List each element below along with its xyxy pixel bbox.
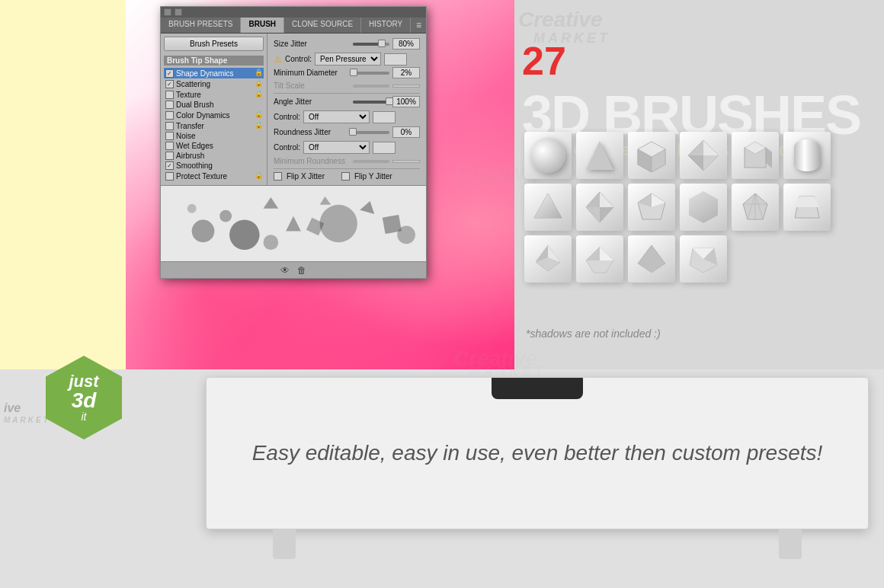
option-smoothing[interactable]: Smoothing [164,161,264,171]
brush-preview-canvas [168,193,418,254]
svg-point-50 [187,204,197,213]
control-label-1: Control: [285,55,312,63]
checkbox-flip-y[interactable] [341,172,350,181]
control-dropdown-1[interactable]: Pen Pressure Off Fade Pen Tilt Stylus Wh… [315,53,381,66]
badge-just-text: just [69,373,98,390]
svg-marker-6 [688,140,703,155]
lock-texture: 🔒 [255,90,262,99]
checkbox-color-dynamics[interactable] [165,111,174,120]
label-smoothing: Smoothing [176,161,262,170]
checkbox-noise[interactable] [165,132,174,140]
shape-prism [524,184,572,231]
tab-brush[interactable]: BRUSH [241,18,284,33]
label-color-dynamics: Color Dynamics [176,111,252,120]
warning-control-row: ⚠ Control: Pen Pressure Off Fade Pen Til… [274,53,420,66]
option-wet-edges[interactable]: Wet Edges [164,141,264,151]
control-dropdown-2[interactable]: Off Pen Pressure Pen Tilt [303,110,370,123]
checkbox-shape-dynamics[interactable] [165,69,174,78]
checkbox-wet-edges[interactable] [165,142,174,150]
brush-tip-shape-title: Brush Tip Shape [164,56,264,66]
brush-preview-area [161,185,426,261]
close-button[interactable] [164,8,171,16]
shape-cylinder [783,132,831,179]
min-roundness-label: Minimum Roundness [274,157,350,165]
shape-box [732,132,779,179]
bottom-icon-eye[interactable]: 👁 [280,265,290,276]
drawer-text: Easy editable, easy in use, even better … [229,438,846,468]
roundness-jitter-slider[interactable] [353,131,389,134]
shape-low-poly-2 [576,235,623,283]
flip-y-label: Flip Y Jitter [354,172,392,181]
label-texture: Texture [176,91,252,99]
control-extra-box-1 [384,53,407,66]
min-diameter-label: Minimum Diameter [274,69,350,77]
brushes-number: 27 [522,38,566,84]
option-airbrush[interactable]: Airbrush [164,151,264,161]
checkbox-smoothing[interactable] [165,161,174,170]
shape-icosahedron [732,184,779,231]
control-extra-box-3 [373,142,396,154]
svg-marker-11 [766,148,772,168]
roundness-jitter-row: Roundness Jitter 0% [274,126,420,138]
drawer-section: Easy editable, easy in use, even better … [206,377,869,529]
shape-sphere [524,132,572,179]
checkbox-airbrush[interactable] [165,152,174,160]
svg-point-49 [397,225,415,244]
bottom-icon-trash[interactable]: 🗑 [297,265,306,276]
tilt-scale-label: Tilt Scale [274,81,350,90]
option-noise[interactable]: Noise [164,131,264,141]
svg-marker-44 [286,216,301,232]
angle-jitter-slider[interactable] [353,101,389,104]
checkbox-texture[interactable] [165,91,174,99]
panel-bottom-bar: 👁 🗑 [161,261,426,278]
size-jitter-row: Size Jitter 80% [274,38,420,50]
option-dual-brush[interactable]: Dual Brush [164,100,264,110]
min-roundness-row: Minimum Roundness [274,157,420,165]
option-protect-texture[interactable]: Protect Texture 🔒 [164,171,264,181]
brush-presets-button[interactable]: Brush Presets [164,37,264,51]
shape-cone [576,132,623,179]
minimize-button[interactable] [175,8,182,16]
checkbox-flip-x[interactable] [274,172,282,181]
size-jitter-slider[interactable] [353,43,389,46]
tab-clone-source[interactable]: CLONE SOURCE [284,18,361,33]
option-color-dynamics[interactable]: Color Dynamics 🔒 [164,110,264,120]
min-diameter-slider[interactable] [353,72,389,75]
roundness-jitter-value: 0% [392,126,420,138]
panel-titlebar [161,7,426,18]
tab-menu-icon[interactable]: ≡ [412,18,426,33]
svg-marker-8 [703,155,719,171]
angle-jitter-row: Angle Jitter 100% [274,96,420,107]
checkbox-protect-texture[interactable] [165,172,174,181]
lock-transfer: 🔒 [255,121,262,130]
tab-brush-presets[interactable]: BRUSH PRESETS [161,18,241,33]
shapes-grid [518,126,876,289]
svg-marker-7 [688,155,703,171]
divider-2 [274,168,420,169]
option-shape-dynamics[interactable]: Shape Dynamics 🔒 [164,68,264,78]
lock-scattering: 🔒 [255,79,262,88]
panel-left-sidebar: Brush Presets Brush Tip Shape Shape Dyna… [161,34,267,185]
label-dual-brush: Dual Brush [176,101,262,109]
panel-tabs: BRUSH PRESETS BRUSH CLONE SOURCE HISTORY… [161,18,426,34]
checkbox-scattering[interactable] [165,80,174,88]
shape-diamond [680,132,727,179]
svg-marker-36 [638,245,665,273]
tab-history[interactable]: HISTORY [361,18,411,33]
lock-color-dynamics: 🔒 [255,110,262,120]
lock-protect-texture: 🔒 [255,171,262,181]
checkbox-transfer[interactable] [165,122,174,130]
option-transfer[interactable]: Transfer 🔒 [164,120,264,131]
shape-low-poly-4 [680,235,727,283]
option-texture[interactable]: Texture 🔒 [164,89,264,100]
roundness-jitter-label: Roundness Jitter [274,128,350,136]
control-row-3: Control: Off Pen Pressure [274,141,420,154]
label-transfer: Transfer [176,122,252,130]
shape-trapezohedron [783,184,831,231]
control-dropdown-3[interactable]: Off Pen Pressure [303,141,370,154]
label-airbrush: Airbrush [176,152,262,160]
checkbox-dual-brush[interactable] [165,101,174,109]
flip-x-label: Flip X Jitter [287,172,325,181]
option-scattering[interactable]: Scattering 🔒 [164,78,264,89]
badge-hex-background: just 3d it [46,356,122,439]
